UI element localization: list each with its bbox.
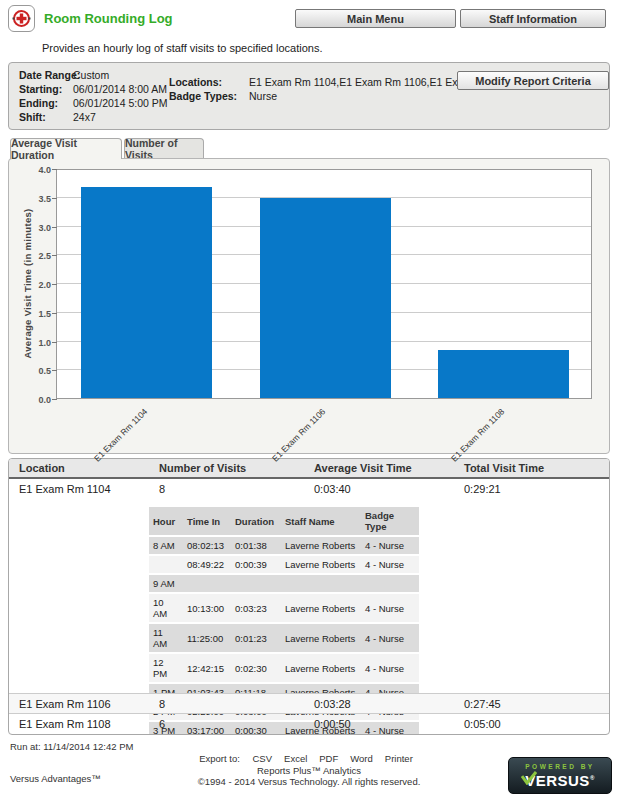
detail-col-header: Time In — [183, 507, 231, 535]
page-title: Room Rounding Log — [44, 11, 173, 26]
locations-label: Locations: — [169, 76, 222, 88]
detail-cell: 08:49:22 — [183, 556, 231, 573]
detail-cell: 4 - Nurse — [361, 537, 419, 554]
export-excel-link[interactable]: Excel — [284, 753, 307, 764]
detail-row: 11 AM11:25:000:01:23Laverne Roberts4 - N… — [149, 624, 419, 652]
badge-types-label: Badge Types: — [169, 90, 237, 102]
table-row-1104: E1 Exam Rm 1104 8 0:03:40 0:29:21 — [9, 479, 609, 499]
y-tick-mark — [52, 313, 57, 314]
y-tick-mark — [52, 284, 57, 285]
export-pdf-link[interactable]: PDF — [319, 753, 338, 764]
powered-by-versus-logo[interactable]: POWERED BY VERSUS® — [508, 757, 612, 794]
detail-cell: 0:02:30 — [231, 654, 281, 682]
shift-label: Shift: — [19, 111, 46, 123]
y-tick-mark — [52, 255, 57, 256]
bar-e1-exam-rm-1108 — [438, 350, 569, 398]
col-header-avg: Average Visit Time — [306, 462, 456, 474]
y-tick-mark — [52, 342, 57, 343]
location-cell: E1 Exam Rm 1108 — [9, 718, 151, 730]
detail-cell: 4 - Nurse — [361, 624, 419, 652]
detail-cell — [149, 556, 183, 573]
detail-cell: 11 AM — [149, 624, 183, 652]
versus-check-icon — [521, 771, 537, 785]
detail-cell: 9 AM — [149, 575, 183, 592]
x-tick-label: E1 Exam Rm 1106 — [270, 406, 327, 463]
export-word-link[interactable]: Word — [350, 753, 373, 764]
export-to-label: Export to: — [199, 753, 240, 764]
starting-label: Starting: — [19, 83, 62, 95]
staff-information-button[interactable]: Staff Information — [460, 9, 606, 28]
y-tick-label: 0.5 — [9, 366, 51, 376]
app-logo[interactable] — [8, 5, 35, 32]
y-tick-label: 2.5 — [9, 251, 51, 261]
report-description: Provides an hourly log of staff visits t… — [42, 42, 322, 54]
y-tick-label: 3.0 — [9, 223, 51, 233]
detail-col-header: Hour — [149, 507, 183, 535]
location-cell: E1 Exam Rm 1104 — [9, 483, 151, 495]
main-menu-button[interactable]: Main Menu — [295, 9, 456, 28]
y-tick-label: 4.0 — [9, 165, 51, 175]
report-criteria-panel: Date Range: Custom Starting: 06/01/2014 … — [8, 62, 610, 130]
detail-cell: 4 - Nurse — [361, 556, 419, 573]
detail-row: 8 AM08:02:130:01:38Laverne Roberts4 - Nu… — [149, 537, 419, 554]
detail-row: 10 AM10:13:000:03:23Laverne Roberts4 - N… — [149, 594, 419, 622]
y-tick-mark — [52, 399, 57, 400]
date-range-value: Custom — [73, 69, 109, 81]
detail-cell: 10:13:00 — [183, 594, 231, 622]
detail-cell: 10 AM — [149, 594, 183, 622]
tab-number-of-visits[interactable]: Number of Visits — [124, 138, 204, 158]
avg-cell: 0:00:50 — [306, 718, 456, 730]
detail-col-header: Duration — [231, 507, 281, 535]
detail-cell: 4 - Nurse — [361, 594, 419, 622]
versus-brand-text: VERSUS® — [525, 771, 595, 788]
table-row-1108: E1 Exam Rm 1108 6 0:00:50 0:05:00 — [9, 713, 609, 733]
detail-row: 9 AM — [149, 575, 419, 592]
y-tick-label: 3.5 — [9, 194, 51, 204]
export-csv-link[interactable]: CSV — [253, 753, 273, 764]
y-tick-label: 2.0 — [9, 280, 51, 290]
y-tick-label: 0.0 — [9, 395, 51, 405]
visit-duration-chart: Average Visit Time (in minutes) 0.00.51.… — [8, 158, 610, 454]
visits-cell: 8 — [151, 483, 306, 495]
tab-average-visit-duration[interactable]: Average Visit Duration — [10, 138, 122, 159]
run-at-line: Run at: 11/14/2014 12:42 PM — [10, 741, 133, 752]
modify-report-criteria-button[interactable]: Modify Report Criteria — [457, 71, 609, 90]
y-tick-label: 1.5 — [9, 309, 51, 319]
detail-cell: 0:01:23 — [231, 624, 281, 652]
run-at-label: Run at: — [10, 741, 41, 752]
y-tick-mark — [52, 198, 57, 199]
powered-by-text: POWERED BY — [525, 763, 594, 770]
visits-cell: 8 — [151, 698, 306, 710]
detail-cell: 8 AM — [149, 537, 183, 554]
avg-cell: 0:03:40 — [306, 483, 456, 495]
detail-cell: 08:02:13 — [183, 537, 231, 554]
detail-cell: 12:42:15 — [183, 654, 231, 682]
detail-row: 08:49:220:00:39Laverne Roberts4 - Nurse — [149, 556, 419, 573]
chart-plot — [56, 169, 592, 399]
detail-cell: 0:00:39 — [231, 556, 281, 573]
detail-row: 12 PM12:42:150:02:30Laverne Roberts4 - N… — [149, 654, 419, 682]
export-printer-link[interactable]: Printer — [385, 753, 413, 764]
detail-cell — [231, 575, 281, 592]
bar-e1-exam-rm-1106 — [260, 198, 391, 398]
x-axis-labels: E1 Exam Rm 1104E1 Exam Rm 1106E1 Exam Rm… — [56, 401, 592, 453]
total-cell: 0:05:00 — [456, 718, 610, 730]
detail-cell: Laverne Roberts — [281, 594, 361, 622]
y-tick-mark — [52, 227, 57, 228]
bar-e1-exam-rm-1104 — [81, 187, 212, 398]
table-row-1106: E1 Exam Rm 1106 8 0:03:28 0:27:45 — [9, 693, 609, 713]
ending-value: 06/01/2014 5:00 PM — [73, 97, 168, 109]
detail-cell — [281, 575, 361, 592]
detail-col-header: Badge Type — [361, 507, 419, 535]
avg-cell: 0:03:28 — [306, 698, 456, 710]
detail-cell: 0:03:23 — [231, 594, 281, 622]
total-cell: 0:29:21 — [456, 483, 610, 495]
col-header-visits: Number of Visits — [151, 462, 306, 474]
y-tick-mark — [52, 370, 57, 371]
detail-cell: 11:25:00 — [183, 624, 231, 652]
col-header-location: Location — [9, 462, 151, 474]
starting-value: 06/01/2014 8:00 AM — [73, 83, 167, 95]
shift-value: 24x7 — [73, 111, 96, 123]
detail-cell: 12 PM — [149, 654, 183, 682]
detail-cell: Laverne Roberts — [281, 556, 361, 573]
